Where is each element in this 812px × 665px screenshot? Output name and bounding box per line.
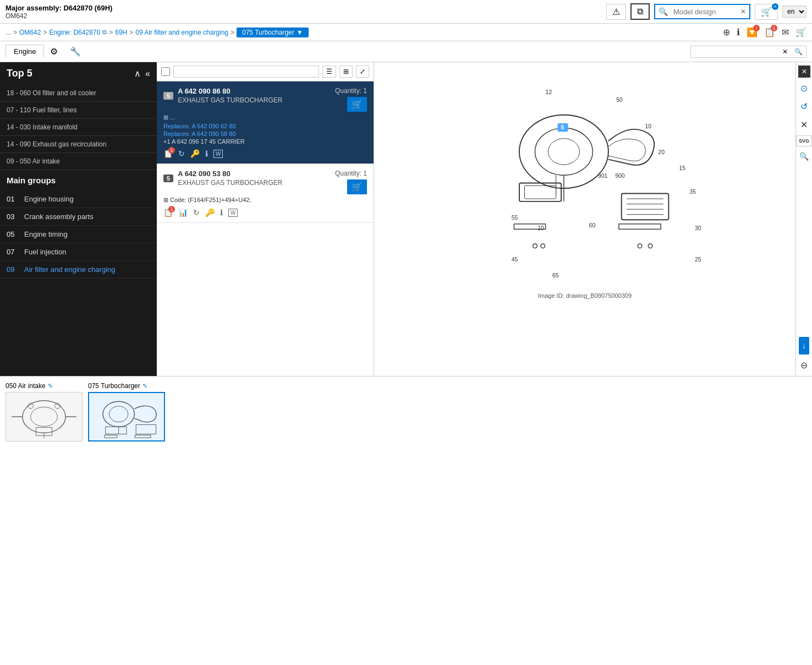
close-icon[interactable]: ✕ <box>737 6 749 18</box>
part-2-doc-icon[interactable]: 📋 1 <box>163 208 173 217</box>
model-design-input[interactable] <box>671 6 737 18</box>
cart-icon[interactable]: 🛒 <box>795 27 806 37</box>
svg-text:35: 35 <box>689 189 696 195</box>
part-1-key-icon[interactable]: 🔑 <box>190 149 200 158</box>
part-2-refresh-icon[interactable]: ↻ <box>193 208 200 217</box>
cart-button[interactable]: 🛒 + <box>755 4 778 20</box>
rt-history-btn[interactable]: ↺ <box>798 99 810 114</box>
rt-search-btn[interactable]: 🔍 <box>797 150 811 163</box>
part-2-name: EXHAUST GAS TURBOCHARGER <box>178 179 282 187</box>
search-icon-button[interactable]: 🔍 <box>655 5 671 18</box>
header-title: Major assembly: D642870 (69H) <box>6 4 112 12</box>
parts-checkbox[interactable] <box>161 67 170 76</box>
breadcrumb-dots[interactable]: ... <box>6 29 11 36</box>
alert-button[interactable]: ⚠ <box>606 4 626 20</box>
part-2-pos: 5 <box>163 175 173 182</box>
thumb-075-label: 075 Turbocharger ✎ <box>88 382 165 390</box>
thumb-075-img[interactable] <box>88 392 165 441</box>
parts-grid-view-btn[interactable]: ⊞ <box>339 66 353 78</box>
part-2-info-icon[interactable]: ℹ <box>220 208 223 217</box>
copy-button[interactable]: ⧉ <box>630 3 650 20</box>
thumbnail-050[interactable]: 050 Air intake ✎ <box>6 382 83 441</box>
email-icon[interactable]: ✉ <box>782 27 789 37</box>
part-1-qty: Quantity: 1 <box>335 87 367 95</box>
copy-icon-small[interactable]: ⧉ <box>102 29 107 36</box>
part-1-refresh-icon[interactable]: ↻ <box>178 149 185 158</box>
parts-search-input[interactable] <box>173 66 319 78</box>
filter-icon[interactable]: 🔽 ! <box>747 27 758 37</box>
header: Major assembly: D642870 (69H) OM642 ⚠ ⧉ … <box>0 0 812 24</box>
rt-pointer-btn[interactable]: ↓ <box>799 337 809 355</box>
group-num-09: 09 <box>7 265 20 274</box>
tab-search-button[interactable]: 🔍 <box>791 46 806 57</box>
top5-item-3[interactable]: 14 - 030 Intake manifold <box>0 119 157 136</box>
language-select[interactable]: en de <box>782 6 806 18</box>
parts-toolbar: ☰ ⊞ ⤢ <box>157 62 374 81</box>
tab-icon2[interactable]: 🔧 <box>64 43 87 59</box>
rt-close-btn[interactable]: ✕ <box>798 66 810 78</box>
part-2-chart-icon[interactable]: 📊 <box>178 208 188 217</box>
parts-expand-btn[interactable]: ⤢ <box>356 66 369 78</box>
top5-close-btn[interactable]: « <box>145 68 150 79</box>
thumb-050-edit-icon[interactable]: ✎ <box>48 383 53 390</box>
part-2-key-icon[interactable]: 🔑 <box>205 208 215 217</box>
top5-collapse-btn[interactable]: ∧ <box>134 68 141 79</box>
parts-diagram: 12 50 5 10 901 900 20 15 35 55 10 60 30 … <box>380 68 790 288</box>
rt-zoom-out-btn[interactable]: ⊖ <box>798 358 810 373</box>
rt-circle-btn[interactable]: ⊙ <box>798 81 810 96</box>
group-item-05[interactable]: 05 Engine timing <box>0 226 157 243</box>
part-item-2[interactable]: 5 A 642 090 53 80 EXHAUST GAS TURBOCHARG… <box>157 164 374 223</box>
tab-engine[interactable]: Engine <box>6 45 44 58</box>
breadcrumb-air-filter[interactable]: 09 Air filter and engine charging <box>135 29 228 36</box>
breadcrumb-engine[interactable]: Engine: D642870 <box>49 29 100 36</box>
breadcrumb-69h[interactable]: 69H <box>115 29 127 36</box>
part-2-icons: 📋 1 📊 ↻ 🔑 ℹ W <box>163 208 367 217</box>
group-item-03[interactable]: 03 Crank assembly parts <box>0 208 157 226</box>
rt-svg-btn[interactable]: SVG <box>796 135 812 146</box>
parts-list-view-btn[interactable]: ☰ <box>322 66 336 78</box>
tab-icon1[interactable]: ⚙ <box>44 43 64 59</box>
svg-text:45: 45 <box>512 257 518 263</box>
part-1-replace1[interactable]: Replaces: A 642 090 62 80 <box>163 123 367 129</box>
group-item-07[interactable]: 07 Fuel injection <box>0 243 157 261</box>
svg-text:25: 25 <box>695 257 701 263</box>
info-icon[interactable]: ℹ <box>737 27 740 37</box>
document-icon[interactable]: 📋 1 <box>764 27 775 37</box>
svg-point-45 <box>109 406 128 422</box>
part-1-doc-icon[interactable]: 📋 1 <box>163 149 173 158</box>
part-2-wiki-icon[interactable]: W <box>228 209 238 217</box>
tab-search-box: ✕ 🔍 <box>690 46 806 58</box>
svg-rect-47 <box>136 424 156 434</box>
svg-text:30: 30 <box>695 225 701 231</box>
part-2-cart-btn[interactable]: 🛒 <box>347 179 367 194</box>
svg-text:900: 900 <box>615 173 625 179</box>
dropdown-icon[interactable]: ▼ <box>297 29 303 36</box>
rt-cross-btn[interactable]: ✕ <box>798 117 810 132</box>
breadcrumb-current[interactable]: 075 Turbocharger ▼ <box>237 28 309 37</box>
top5-header: Top 5 ∧ « <box>0 62 157 85</box>
top5-item-1[interactable]: 18 - 060 Oil filter and oil cooler <box>0 85 157 102</box>
breadcrumb-actions: ⊕ ℹ 🔽 ! 📋 1 ✉ 🛒 <box>723 27 806 37</box>
top5-item-5[interactable]: 09 - 050 Air intake <box>0 153 157 170</box>
svg-point-15 <box>541 244 545 248</box>
part-1-code: A 642 090 86 80 <box>178 87 282 95</box>
group-item-01[interactable]: 01 Engine housing <box>0 190 157 208</box>
part-2-code: A 642 090 53 80 <box>178 170 282 178</box>
svg-text:60: 60 <box>589 222 596 228</box>
zoom-in-icon[interactable]: ⊕ <box>723 27 730 37</box>
tab-search-input[interactable] <box>691 46 779 57</box>
top5-item-2[interactable]: 07 - 110 Fuel filter, lines <box>0 102 157 119</box>
breadcrumb-om642[interactable]: OM642 <box>19 29 41 36</box>
part-1-info-icon[interactable]: ℹ <box>205 149 208 158</box>
top5-item-4[interactable]: 14 - 090 Exhaust gas recirculation <box>0 136 157 153</box>
thumb-075-edit-icon[interactable]: ✎ <box>142 383 147 390</box>
part-1-replace2[interactable]: Replaces: A 642 090 58 80 <box>163 130 367 137</box>
tab-search-clear[interactable]: ✕ <box>779 46 791 57</box>
part-1-cart-btn[interactable]: 🛒 <box>347 97 367 112</box>
part-1-wiki-icon[interactable]: W <box>213 150 223 158</box>
thumb-050-img[interactable] <box>6 392 83 441</box>
part-item-1[interactable]: 5 A 642 090 86 80 EXHAUST GAS TURBOCHARG… <box>157 81 374 164</box>
main-groups-section: Main groups 01 Engine housing 03 Crank a… <box>0 170 157 279</box>
thumbnail-075[interactable]: 075 Turbocharger ✎ <box>88 382 165 441</box>
group-item-09[interactable]: 09 Air filter and engine charging <box>0 261 157 279</box>
